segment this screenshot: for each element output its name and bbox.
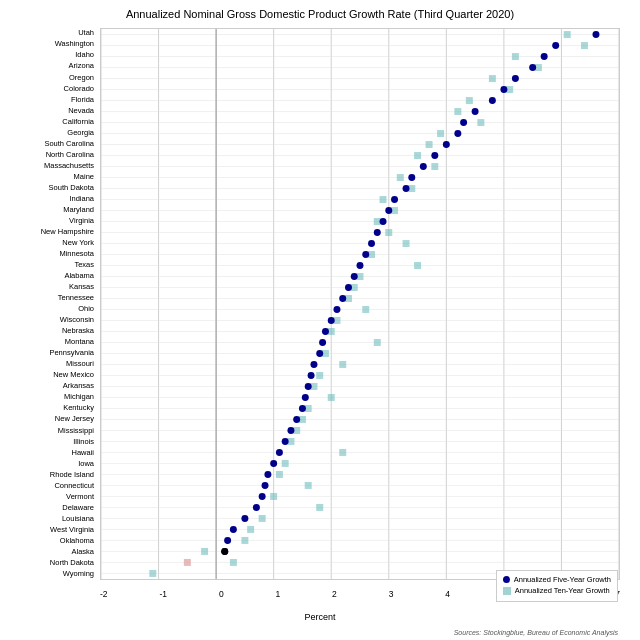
- svg-point-156: [241, 515, 248, 522]
- y-axis-label: South Dakota: [49, 184, 94, 192]
- svg-rect-91: [339, 361, 346, 368]
- svg-point-152: [264, 471, 271, 478]
- svg-point-146: [299, 405, 306, 412]
- svg-rect-68: [454, 108, 461, 115]
- svg-point-153: [262, 482, 269, 489]
- y-axis-label: Louisiana: [62, 515, 94, 523]
- svg-point-150: [276, 449, 283, 456]
- y-axis-label: Massachusetts: [44, 162, 94, 170]
- svg-point-142: [310, 361, 317, 368]
- svg-rect-73: [431, 163, 438, 170]
- svg-rect-70: [437, 130, 444, 137]
- svg-rect-71: [426, 141, 433, 148]
- svg-rect-107: [241, 537, 248, 544]
- svg-point-115: [529, 64, 536, 71]
- y-axis-label: Oklahoma: [60, 537, 94, 545]
- y-axis-labels: UtahWashingtonIdahoArizonaOregonColorado…: [0, 28, 98, 580]
- y-axis-label: Virginia: [69, 217, 94, 225]
- svg-rect-86: [362, 306, 369, 313]
- svg-point-143: [308, 372, 315, 379]
- svg-rect-103: [270, 493, 277, 500]
- svg-point-145: [302, 394, 309, 401]
- x-axis-label: -2: [100, 589, 108, 604]
- svg-point-120: [460, 119, 467, 126]
- x-axis-label: -1: [159, 589, 167, 604]
- y-axis-label: North Carolina: [46, 151, 94, 159]
- y-axis-label: Alaska: [71, 548, 94, 556]
- y-axis-label: California: [62, 118, 94, 126]
- y-axis-label: Minnesota: [59, 250, 94, 258]
- x-axis-label: 0: [219, 589, 224, 604]
- y-axis-label: Colorado: [64, 85, 94, 93]
- svg-point-154: [259, 493, 266, 500]
- svg-rect-100: [282, 460, 289, 467]
- y-axis-label: Utah: [78, 29, 94, 37]
- svg-rect-104: [316, 504, 323, 511]
- y-axis-label: Arkansas: [63, 382, 94, 390]
- svg-point-127: [391, 196, 398, 203]
- svg-point-128: [385, 207, 392, 214]
- chart-title: Annualized Nominal Gross Domestic Produc…: [0, 0, 640, 24]
- plot-area: [100, 28, 620, 580]
- svg-point-125: [408, 174, 415, 181]
- chart-container: Annualized Nominal Gross Domestic Produc…: [0, 0, 640, 640]
- svg-rect-67: [466, 97, 473, 104]
- svg-rect-111: [184, 559, 191, 566]
- svg-rect-80: [403, 240, 410, 247]
- svg-point-135: [345, 284, 352, 291]
- svg-point-158: [224, 537, 231, 544]
- y-axis-label: Tennessee: [58, 294, 94, 302]
- svg-point-149: [282, 438, 289, 445]
- svg-point-144: [305, 383, 312, 390]
- svg-point-140: [319, 339, 326, 346]
- svg-point-139: [322, 328, 329, 335]
- svg-point-136: [339, 295, 346, 302]
- svg-rect-65: [489, 75, 496, 82]
- svg-point-141: [316, 350, 323, 357]
- y-axis-label: South Carolina: [44, 140, 94, 148]
- svg-rect-61: [564, 31, 571, 38]
- y-axis-label: Texas: [74, 261, 94, 269]
- svg-point-138: [328, 317, 335, 324]
- svg-point-137: [333, 306, 340, 313]
- svg-point-116: [512, 75, 519, 82]
- svg-rect-69: [477, 119, 484, 126]
- svg-point-117: [500, 86, 507, 93]
- y-axis-label: Alabama: [64, 272, 94, 280]
- svg-rect-102: [305, 482, 312, 489]
- y-axis-label: Mississippi: [58, 427, 94, 435]
- svg-point-123: [431, 152, 438, 159]
- y-axis-label: Connecticut: [54, 482, 94, 490]
- y-axis-label: Nevada: [68, 107, 94, 115]
- svg-point-155: [253, 504, 260, 511]
- y-axis-label: Nebraska: [62, 327, 94, 335]
- svg-rect-110: [149, 570, 156, 577]
- y-axis-label: Washington: [55, 40, 94, 48]
- y-axis-label: Georgia: [67, 129, 94, 137]
- y-axis-label: West Virginia: [50, 526, 94, 534]
- svg-point-134: [351, 273, 358, 280]
- y-axis-label: Iowa: [78, 460, 94, 468]
- y-axis-label: Vermont: [66, 493, 94, 501]
- svg-rect-89: [374, 339, 381, 346]
- y-axis-label: Illinois: [73, 438, 94, 446]
- svg-point-112: [592, 31, 599, 38]
- y-axis-label: New Mexico: [53, 371, 94, 379]
- svg-rect-82: [414, 262, 421, 269]
- y-axis-label: New Jersey: [55, 415, 94, 423]
- source-text: Sources: Stockingblue, Bureau of Economi…: [454, 629, 618, 636]
- svg-rect-99: [339, 449, 346, 456]
- x-axis-label: 1: [275, 589, 280, 604]
- y-axis-label: North Dakota: [50, 559, 94, 567]
- svg-point-133: [357, 262, 364, 269]
- y-axis-label: Kansas: [69, 283, 94, 291]
- svg-rect-109: [230, 559, 237, 566]
- y-axis-label: Rhode Island: [50, 471, 94, 479]
- svg-rect-92: [316, 372, 323, 379]
- svg-point-126: [403, 185, 410, 192]
- svg-point-113: [552, 42, 559, 49]
- y-axis-label: New York: [62, 239, 94, 247]
- svg-point-157: [230, 526, 237, 533]
- legend: Annualized Five-Year Growth Annualized T…: [496, 570, 618, 602]
- x-axis-title: Percent: [0, 612, 640, 622]
